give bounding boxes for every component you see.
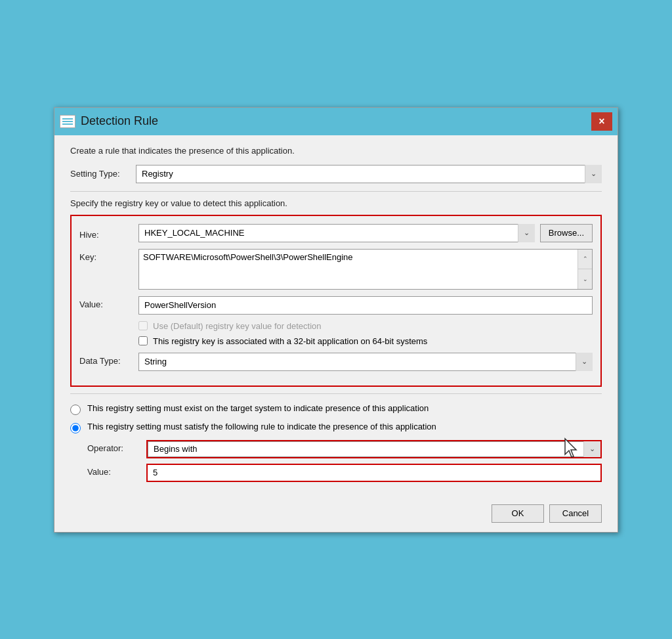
sub-value-control-wrap	[146, 464, 602, 482]
sub-form: Operator: Equals Not equal to Greater th…	[87, 440, 602, 482]
detection-rule-dialog: Detection Rule × Create a rule that indi…	[54, 107, 618, 533]
operator-row: Operator: Equals Not equal to Greater th…	[87, 440, 602, 458]
intro-text: Create a rule that indicates the presenc…	[70, 146, 602, 156]
setting-type-row: Setting Type: Registry File System Windo…	[70, 165, 602, 183]
divider-1	[70, 191, 602, 192]
sub-value-label: Value:	[87, 464, 146, 477]
ok-button[interactable]: OK	[492, 504, 544, 523]
hive-row: Hive: HKEY_LOCAL_MACHINE HKEY_CURRENT_US…	[79, 224, 593, 242]
checkbox-32bit-row-wrap: This registry key is associated with a 3…	[138, 336, 593, 346]
radio-section: This registry setting must exist on the …	[70, 403, 602, 482]
hive-label: Hive:	[79, 227, 138, 240]
operator-label: Operator:	[87, 440, 146, 453]
setting-type-select-wrap[interactable]: Registry File System Windows Installer ⌄	[136, 165, 602, 183]
operator-select-wrap[interactable]: Equals Not equal to Greater than Less th…	[146, 440, 602, 458]
data-type-control-wrap: String Integer Version ⌄	[138, 353, 593, 371]
value-label: Value:	[79, 296, 138, 309]
dialog-icon	[60, 115, 75, 128]
use-default-checkbox[interactable]	[138, 321, 148, 330]
hive-select[interactable]: HKEY_LOCAL_MACHINE HKEY_CURRENT_USER HKE…	[138, 224, 535, 242]
key-label: Key:	[79, 249, 138, 262]
data-type-select[interactable]: String Integer Version	[138, 353, 593, 371]
cancel-button[interactable]: Cancel	[549, 504, 602, 523]
value-row: Value:	[79, 296, 593, 315]
key-scroll-up[interactable]: ⌃	[578, 250, 592, 270]
dialog-footer: OK Cancel	[54, 498, 618, 532]
dialog-title: Detection Rule	[81, 114, 158, 128]
dialog-body: Create a rule that indicates the presenc…	[54, 135, 618, 498]
sub-value-row: Value:	[87, 464, 602, 482]
setting-type-label: Setting Type:	[70, 169, 136, 179]
radio-row-1: This registry setting must exist on the …	[70, 403, 602, 415]
radio-option-1-label: This registry setting must exist on the …	[87, 403, 429, 413]
key-input[interactable]: SOFTWARE\Microsoft\PowerShell\3\PowerShe…	[139, 250, 578, 289]
registry-desc: Specify the registry key or value to det…	[70, 198, 602, 208]
setting-type-select[interactable]: Registry File System Windows Installer	[136, 165, 602, 183]
radio-option-1[interactable]	[70, 405, 81, 415]
title-bar: Detection Rule ×	[54, 108, 618, 135]
value-control-wrap	[138, 296, 593, 315]
close-button[interactable]: ×	[591, 112, 612, 131]
browse-button[interactable]: Browse...	[540, 224, 593, 242]
title-bar-left: Detection Rule	[60, 114, 158, 128]
radio-option-2-label: This registry setting must satisfy the f…	[87, 422, 436, 431]
key-row: Key: SOFTWARE\Microsoft\PowerShell\3\Pow…	[79, 249, 593, 290]
key-textarea-wrap: SOFTWARE\Microsoft\PowerShell\3\PowerShe…	[138, 249, 593, 290]
hive-select-wrap[interactable]: HKEY_LOCAL_MACHINE HKEY_CURRENT_USER HKE…	[138, 224, 535, 242]
data-type-row: Data Type: String Integer Version ⌄	[79, 353, 593, 371]
key-scroll-down[interactable]: ⌄	[578, 269, 592, 289]
divider-2	[70, 393, 602, 394]
use-default-checkbox-row: Use (Default) registry key value for det…	[138, 321, 593, 331]
key-control-wrap: SOFTWARE\Microsoft\PowerShell\3\PowerShe…	[138, 249, 593, 290]
sub-value-input[interactable]	[146, 464, 602, 482]
32bit-label: This registry key is associated with a 3…	[153, 336, 427, 346]
32bit-checkbox-row: This registry key is associated with a 3…	[138, 336, 593, 346]
checkbox-default-row: Use (Default) registry key value for det…	[138, 321, 593, 331]
radio-option-2[interactable]	[70, 423, 81, 433]
data-type-label: Data Type:	[79, 353, 138, 366]
data-type-select-wrap[interactable]: String Integer Version ⌄	[138, 353, 593, 371]
radio-row-2: This registry setting must satisfy the f…	[70, 422, 602, 433]
operator-select[interactable]: Equals Not equal to Greater than Less th…	[148, 441, 600, 457]
value-input[interactable]	[138, 296, 593, 315]
registry-settings-box: Hive: HKEY_LOCAL_MACHINE HKEY_CURRENT_US…	[70, 215, 602, 387]
32bit-checkbox[interactable]	[138, 336, 148, 345]
key-scroll-buttons: ⌃ ⌄	[578, 250, 592, 289]
operator-control-wrap: Equals Not equal to Greater than Less th…	[146, 440, 602, 458]
use-default-label: Use (Default) registry key value for det…	[153, 321, 322, 331]
